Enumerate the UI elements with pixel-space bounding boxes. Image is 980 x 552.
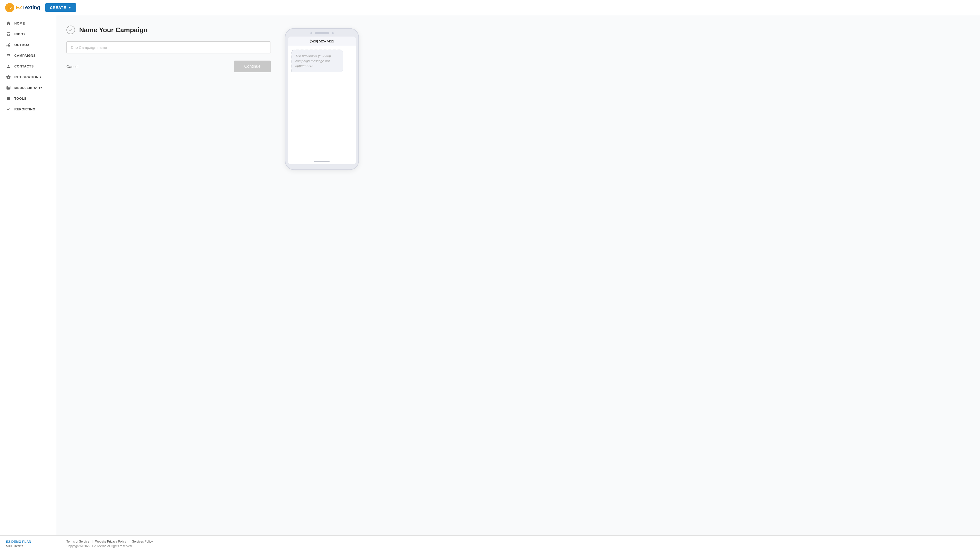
sidebar-item-campaigns[interactable]: CAMPAIGNS bbox=[0, 50, 56, 61]
topbar: EZ EZTexting CREATE ▼ bbox=[0, 0, 980, 15]
phone-top-bar bbox=[288, 32, 356, 34]
phone-screen: (520) 525-7411 The preview of your drip … bbox=[288, 37, 356, 164]
sidebar-item-reporting[interactable]: REPORTING bbox=[0, 104, 56, 115]
create-button[interactable]: CREATE ▼ bbox=[45, 3, 76, 12]
step-title: Name Your Campaign bbox=[79, 26, 148, 34]
reporting-icon bbox=[6, 107, 11, 111]
plan-label: EZ DEMO PLAN bbox=[6, 540, 50, 544]
step-check-icon bbox=[67, 25, 75, 34]
svg-text:EZ: EZ bbox=[7, 6, 12, 10]
sidebar-item-home[interactable]: HOME bbox=[0, 18, 56, 29]
phone-camera-dot bbox=[310, 32, 312, 34]
sidebar-item-inbox[interactable]: INBOX bbox=[0, 29, 56, 39]
logo-icon: EZ bbox=[5, 3, 14, 12]
campaigns-icon bbox=[6, 53, 11, 58]
phone-home-indicator bbox=[314, 161, 329, 162]
content-footer: Terms of Service | Website Privacy Polic… bbox=[56, 535, 980, 552]
continue-button[interactable]: Continue bbox=[234, 60, 271, 72]
sidebar: HOME INBOX OUTBOX CAMPAIGNS bbox=[0, 15, 56, 552]
phone-speaker bbox=[315, 32, 329, 34]
form-section: Name Your Campaign Cancel Continue bbox=[67, 25, 271, 525]
phone-bottom-bar bbox=[288, 160, 356, 164]
home-icon bbox=[6, 21, 11, 25]
sidebar-item-contacts[interactable]: CONTACTS bbox=[0, 61, 56, 72]
sidebar-item-integrations[interactable]: INTEGRATIONS bbox=[0, 72, 56, 82]
content-area: Name Your Campaign Cancel Continue bbox=[56, 15, 980, 552]
footer-separator-1: | bbox=[92, 540, 92, 543]
tools-icon bbox=[6, 96, 11, 101]
services-policy-link[interactable]: Services Policy bbox=[132, 540, 153, 543]
integrations-icon bbox=[6, 75, 11, 79]
sidebar-item-tools[interactable]: TOOLS bbox=[0, 93, 56, 104]
phone-messages: The preview of your drip campaign messag… bbox=[288, 46, 356, 160]
sidebar-footer: EZ DEMO PLAN 500 Credits bbox=[0, 535, 56, 552]
logo: EZ EZTexting bbox=[5, 3, 40, 12]
phone-preview-area: (520) 525-7411 The preview of your drip … bbox=[281, 25, 363, 525]
phone-frame: (520) 525-7411 The preview of your drip … bbox=[285, 28, 359, 170]
form-actions: Cancel Continue bbox=[67, 60, 271, 72]
phone-number-display: (520) 525-7411 bbox=[288, 37, 356, 46]
privacy-policy-link[interactable]: Website Privacy Policy bbox=[95, 540, 126, 543]
footer-links: Terms of Service | Website Privacy Polic… bbox=[67, 540, 970, 543]
contacts-icon bbox=[6, 64, 11, 68]
main-layout: HOME INBOX OUTBOX CAMPAIGNS bbox=[0, 15, 980, 552]
sidebar-nav: HOME INBOX OUTBOX CAMPAIGNS bbox=[0, 15, 56, 535]
content-inner: Name Your Campaign Cancel Continue bbox=[56, 15, 980, 535]
sidebar-item-outbox[interactable]: OUTBOX bbox=[0, 39, 56, 50]
logo-text: EZTexting bbox=[16, 5, 40, 11]
copyright-text: Copyright © 2022. EZ Texting All rights … bbox=[67, 544, 970, 548]
media-library-icon bbox=[6, 85, 11, 90]
campaign-name-input[interactable] bbox=[67, 41, 271, 53]
phone-sensor-dot bbox=[332, 32, 334, 34]
footer-separator-2: | bbox=[129, 540, 129, 543]
outbox-icon bbox=[6, 43, 11, 47]
step-header: Name Your Campaign bbox=[67, 25, 271, 34]
credits-label: 500 Credits bbox=[6, 544, 50, 548]
cancel-button[interactable]: Cancel bbox=[67, 64, 78, 69]
preview-message-bubble: The preview of your drip campaign messag… bbox=[291, 49, 343, 72]
inbox-icon bbox=[6, 32, 11, 36]
chevron-down-icon: ▼ bbox=[68, 6, 72, 10]
terms-of-service-link[interactable]: Terms of Service bbox=[67, 540, 89, 543]
preview-text: The preview of your drip campaign messag… bbox=[295, 54, 331, 68]
sidebar-item-media-library[interactable]: MEDIA LIBRARY bbox=[0, 82, 56, 93]
